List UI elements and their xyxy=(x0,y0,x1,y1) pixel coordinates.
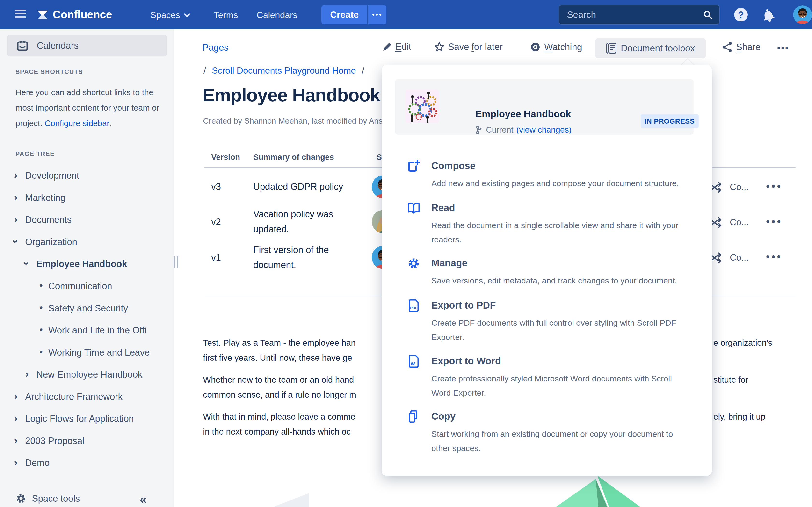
body-text-line: ely, bring it up xyxy=(713,412,765,421)
popup-document-card: Employee Handbook Current (view changes)… xyxy=(395,79,694,135)
paper-airplane-graphic xyxy=(551,474,655,507)
body-text-line: first five years. Until now, these have … xyxy=(203,353,352,362)
table-row-summary: document. xyxy=(253,260,296,270)
page-more-button[interactable]: ••• xyxy=(777,43,789,53)
chevron-right-icon[interactable]: › xyxy=(14,412,18,424)
word-file-icon: W xyxy=(407,355,420,368)
collapse-sidebar-button[interactable]: « xyxy=(140,492,147,507)
row-compare-label[interactable]: Co... xyxy=(730,182,749,192)
row-more-menu[interactable]: ••• xyxy=(766,251,782,263)
table-row-version: v1 xyxy=(211,252,221,263)
space-tools-button[interactable]: Space tools xyxy=(15,493,80,504)
sidebar-item-2003-proposal[interactable]: ›2003 Proposal xyxy=(0,436,174,447)
document-toolbox-button[interactable]: Document toolbox xyxy=(596,38,706,58)
chevron-right-icon[interactable]: › xyxy=(14,169,18,181)
chevron-right-icon[interactable]: › xyxy=(14,434,18,446)
breadcrumb-pages-link[interactable]: Pages xyxy=(203,43,229,53)
sidebar: Calendars SPACE SHORTCUTS Here you can a… xyxy=(0,30,174,507)
breadcrumb-path-link[interactable]: Scroll Documents Playground Home xyxy=(212,66,356,75)
row-compare-label[interactable]: Co... xyxy=(730,252,749,263)
breadcrumb-separator: / xyxy=(203,66,206,75)
nav-more-button[interactable]: ••• xyxy=(368,11,387,19)
chevron-right-icon[interactable]: › xyxy=(14,213,18,225)
copy-icon xyxy=(407,410,420,423)
sidebar-item-calendars[interactable]: Calendars xyxy=(7,35,167,56)
sidebar-item-communication[interactable]: •Communication xyxy=(0,281,174,292)
chevron-right-icon[interactable]: › xyxy=(14,390,18,402)
help-button[interactable]: ? xyxy=(734,8,748,21)
eye-icon xyxy=(530,42,541,53)
sidebar-item-documents[interactable]: ›Documents xyxy=(0,215,174,226)
search-box[interactable] xyxy=(559,5,720,24)
configure-sidebar-link[interactable]: Configure sidebar xyxy=(45,119,109,128)
top-navigation: Confluence Spaces Terms Calendars Create… xyxy=(0,0,812,30)
pdf-file-icon: PDF xyxy=(407,299,420,312)
branch-icon xyxy=(475,125,483,134)
sidebar-item-working-time-and-leave[interactable]: •Working Time and Leave xyxy=(0,347,174,358)
bullet-icon: • xyxy=(39,302,43,313)
share-button[interactable]: Share xyxy=(722,42,761,53)
chevron-right-icon[interactable]: › xyxy=(14,191,18,203)
popup-version-label: Current xyxy=(486,125,513,134)
body-text-line: in the next company all-hands which oc xyxy=(203,427,351,437)
edit-button[interactable]: Edit xyxy=(382,42,411,52)
user-avatar[interactable] xyxy=(793,5,812,24)
sidebar-item-new-employee-handbook[interactable]: ›New Employee Handbook xyxy=(0,370,174,381)
view-changes-link[interactable]: (view changes) xyxy=(516,125,571,134)
create-button[interactable]: Create xyxy=(321,10,367,20)
table-row-summary: Updated GDPR policy xyxy=(253,181,343,192)
document-toolbox-icon xyxy=(606,43,617,54)
chevron-down-icon[interactable]: › xyxy=(10,240,22,243)
svg-text:W: W xyxy=(411,361,415,366)
confluence-logo-icon[interactable] xyxy=(36,8,50,22)
sidebar-item-safety-and-security[interactable]: •Safety and Security xyxy=(0,303,174,314)
notifications-bell-icon[interactable] xyxy=(761,7,776,22)
sidebar-resize-handle[interactable] xyxy=(173,256,180,270)
sidebar-item-architecture-framework[interactable]: ›Architecture Framework xyxy=(0,392,174,403)
row-more-menu[interactable]: ••• xyxy=(766,181,782,192)
document-thumbnail xyxy=(405,89,439,123)
product-name[interactable]: Confluence xyxy=(53,8,112,21)
table-row-version: v3 xyxy=(211,181,221,192)
search-icon[interactable] xyxy=(703,10,713,20)
page-tree-heading: PAGE TREE xyxy=(15,150,55,158)
row-more-menu[interactable]: ••• xyxy=(766,216,782,227)
space-shortcuts-heading: SPACE SHORTCUTS xyxy=(15,68,83,75)
popup-document-title: Employee Handbook xyxy=(475,109,571,119)
popup-version-row: Current (view changes) xyxy=(475,125,571,134)
table-header-version: Version xyxy=(211,153,240,162)
sidebar-item-work-and-life[interactable]: •Work and Life in the Offi xyxy=(0,325,174,336)
hamburger-menu-icon[interactable] xyxy=(15,10,26,20)
create-split-button: Create ••• xyxy=(321,5,387,24)
breadcrumb-separator: / xyxy=(362,66,364,75)
sidebar-item-marketing[interactable]: ›Marketing xyxy=(0,193,174,204)
search-input[interactable] xyxy=(559,10,703,20)
decorative-corner-shape xyxy=(273,490,309,507)
nav-calendars[interactable]: Calendars xyxy=(257,10,298,20)
book-icon xyxy=(407,202,420,214)
nav-terms[interactable]: Terms xyxy=(214,10,238,20)
table-row-summary: First version of the xyxy=(253,245,329,255)
body-text-line: Test. Play as a Team - the employee han xyxy=(203,338,356,348)
document-toolbox-popup: Employee Handbook Current (view changes)… xyxy=(382,65,712,475)
gear-icon xyxy=(407,257,420,270)
table-row-summary: updated. xyxy=(253,224,289,234)
sidebar-item-organization[interactable]: ›Organization xyxy=(0,237,174,248)
sidebar-item-demo[interactable]: ›Demo xyxy=(0,458,174,469)
calendar-icon xyxy=(17,40,28,51)
sidebar-item-logic-flows[interactable]: ›Logic Flows for Application xyxy=(0,413,174,425)
bullet-icon: • xyxy=(39,280,43,291)
chevron-right-icon[interactable]: › xyxy=(25,368,29,380)
chevron-down-icon[interactable]: › xyxy=(21,262,33,265)
nav-spaces[interactable]: Spaces xyxy=(150,10,191,20)
compose-icon xyxy=(407,160,420,172)
row-compare-label[interactable]: Co... xyxy=(730,217,749,227)
watching-button[interactable]: Watching xyxy=(530,42,582,53)
save-for-later-button[interactable]: Save for later xyxy=(434,42,503,52)
table-header-summary: Summary of changes xyxy=(253,153,334,162)
page-title: Employee Handbook xyxy=(203,84,380,106)
chevron-right-icon[interactable]: › xyxy=(14,456,18,468)
sidebar-item-employee-handbook[interactable]: ›Employee Handbook xyxy=(0,259,174,270)
body-text-line: Whether new to the team or an old hand xyxy=(203,375,354,385)
sidebar-item-development[interactable]: ›Development xyxy=(0,170,174,181)
